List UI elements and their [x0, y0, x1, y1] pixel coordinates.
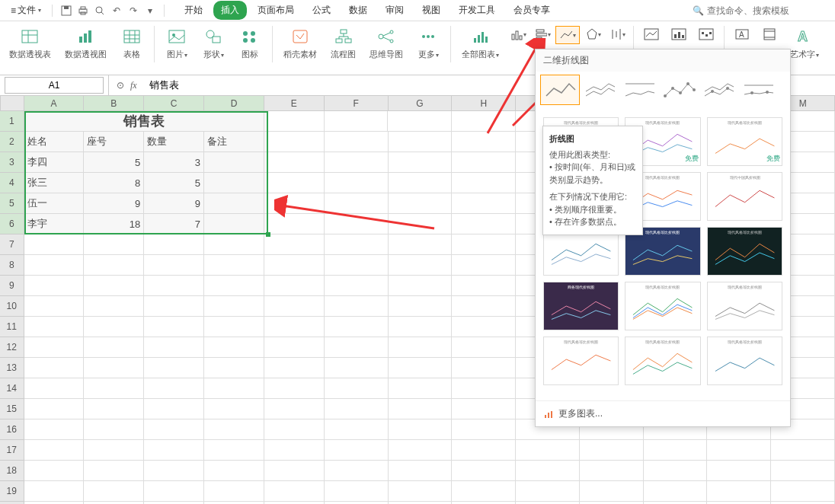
ribbon-table[interactable]: 表格 [114, 26, 149, 60]
name-box[interactable] [5, 77, 104, 94]
cell[interactable] [144, 234, 204, 255]
column-header[interactable]: A [24, 96, 85, 111]
cell[interactable] [24, 296, 85, 317]
cell[interactable] [264, 317, 325, 337]
cell[interactable] [144, 481, 204, 502]
cell[interactable] [84, 276, 144, 296]
cell[interactable] [24, 399, 85, 419]
cell[interactable] [84, 317, 144, 337]
cell[interactable] [452, 419, 516, 440]
data-cell[interactable]: 伍一 [24, 193, 85, 214]
cell[interactable] [84, 440, 144, 461]
row-header[interactable]: 11 [0, 317, 24, 337]
cell[interactable] [144, 399, 204, 419]
row-header[interactable]: 16 [0, 419, 24, 440]
cell[interactable] [389, 152, 453, 173]
chart-template[interactable]: 现代风格等比折线图 [543, 337, 619, 385]
cell[interactable] [452, 276, 516, 296]
cell[interactable] [84, 255, 144, 276]
tab-formula[interactable]: 公式 [305, 1, 338, 20]
cell[interactable] [84, 419, 144, 440]
cell[interactable] [580, 461, 644, 481]
row-header[interactable]: 19 [0, 481, 24, 502]
ribbon-pivot-table[interactable]: 数据透视表 [3, 26, 57, 60]
cell[interactable] [452, 378, 516, 399]
cell[interactable] [204, 276, 264, 296]
data-cell[interactable]: 李宇 [24, 214, 85, 234]
ribbon-all-charts[interactable]: 全部图表▾ [456, 26, 505, 60]
more-charts-link[interactable]: 更多图表... [536, 400, 790, 426]
cell[interactable] [452, 111, 516, 132]
cell[interactable] [264, 214, 325, 234]
row-header[interactable]: 13 [0, 358, 24, 378]
cell[interactable] [84, 358, 144, 378]
cell[interactable] [325, 461, 389, 481]
cell[interactable] [325, 358, 389, 378]
cell[interactable] [24, 378, 85, 399]
row-header[interactable]: 1 [0, 111, 24, 132]
row-header[interactable]: 9 [0, 276, 24, 296]
cell[interactable] [264, 296, 325, 317]
data-cell[interactable]: 18 [84, 214, 144, 234]
cell[interactable] [204, 234, 264, 255]
cell[interactable] [264, 255, 325, 276]
print-icon[interactable] [75, 3, 91, 18]
cell[interactable] [84, 337, 144, 358]
cell[interactable] [325, 317, 389, 337]
cell[interactable] [264, 111, 325, 132]
cell[interactable] [264, 193, 325, 214]
column-header[interactable]: C [144, 96, 204, 111]
title-cell[interactable]: 销售表 [24, 111, 264, 132]
ribbon-bar-chart[interactable]: ▾ [531, 26, 554, 43]
row-header[interactable]: 12 [0, 337, 24, 358]
stacked-line-chart[interactable] [580, 75, 619, 105]
chart-template[interactable]: 现代风格等比折线图 [625, 337, 700, 385]
ribbon-more[interactable]: 更多▾ [411, 26, 446, 60]
cell[interactable] [144, 419, 204, 440]
cell[interactable] [204, 296, 264, 317]
cell[interactable] [452, 255, 516, 276]
cell[interactable] [389, 255, 453, 276]
chart-template[interactable]: 现代风格等比折线图免费 [707, 117, 782, 166]
cell[interactable] [204, 255, 264, 276]
cell[interactable] [516, 461, 580, 481]
cell[interactable] [389, 193, 453, 214]
data-cell[interactable]: 7 [144, 214, 204, 234]
cell[interactable] [24, 255, 85, 276]
cell[interactable] [452, 317, 516, 337]
cell[interactable] [771, 461, 835, 481]
cell[interactable] [325, 296, 389, 317]
tab-member[interactable]: 会员专享 [506, 1, 558, 20]
chart-template[interactable]: 现代中国风折线图 [707, 172, 782, 221]
row-header[interactable]: 7 [0, 234, 24, 255]
cell[interactable] [452, 481, 516, 502]
cell[interactable] [452, 132, 516, 152]
cell[interactable] [452, 152, 516, 173]
cell[interactable] [325, 132, 389, 152]
chart-template[interactable]: 现代风格等比折线图 [707, 282, 782, 330]
row-header[interactable]: 2 [0, 132, 24, 152]
percent-stacked-line-chart[interactable] [619, 75, 659, 105]
cell[interactable] [24, 440, 85, 461]
stacked-line-markers-chart[interactable] [699, 75, 738, 105]
cell[interactable] [264, 481, 325, 502]
cell[interactable] [325, 378, 389, 399]
cell[interactable] [204, 378, 264, 399]
cell[interactable] [24, 276, 85, 296]
cell[interactable] [144, 337, 204, 358]
cell[interactable] [707, 481, 771, 502]
cell[interactable] [144, 276, 204, 296]
tab-developer[interactable]: 开发工具 [451, 1, 503, 20]
cell[interactable] [325, 193, 389, 214]
cell[interactable] [24, 461, 85, 481]
cell[interactable] [389, 440, 453, 461]
cell[interactable] [144, 440, 204, 461]
ribbon-line-chart[interactable]: ▾ [555, 26, 580, 44]
cell[interactable] [264, 337, 325, 358]
tab-data[interactable]: 数据 [341, 1, 375, 20]
header-cell[interactable]: 姓名 [24, 132, 85, 152]
cell[interactable] [452, 337, 516, 358]
cell[interactable] [325, 419, 389, 440]
ribbon-picture[interactable]: 图片▾ [159, 26, 194, 60]
line-markers-chart[interactable] [659, 75, 699, 105]
